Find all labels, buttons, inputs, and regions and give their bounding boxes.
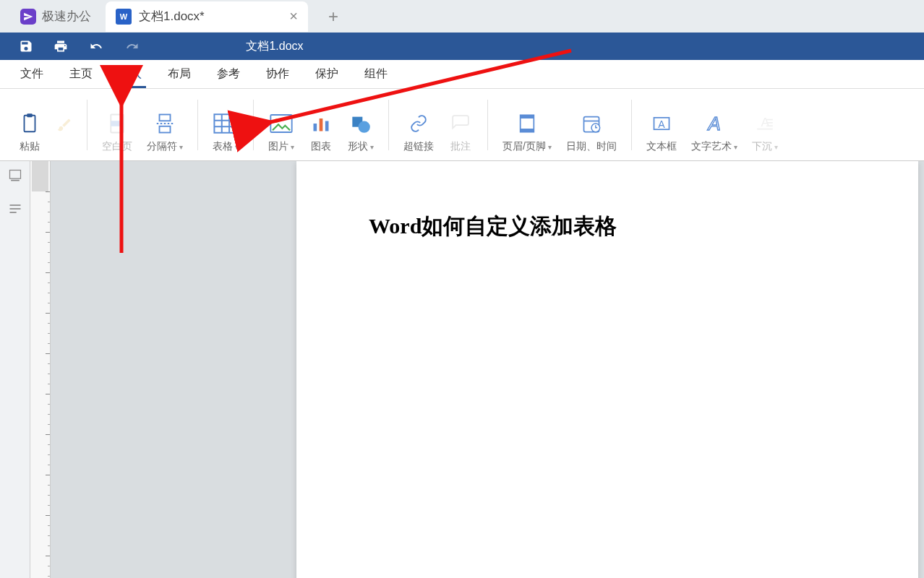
wordart-button[interactable]: A 文字艺术▾	[684, 107, 745, 160]
doc-icon: W	[116, 9, 132, 25]
svg-rect-33	[9, 171, 20, 179]
comment-button[interactable]: 批注	[441, 107, 480, 160]
document-tab[interactable]: W 文档1.docx* ×	[106, 1, 308, 32]
chart-icon	[311, 111, 331, 136]
chevron-down-icon: ▾	[235, 143, 239, 151]
chevron-down-icon: ▾	[291, 143, 294, 151]
shape-button[interactable]: 形状▾	[341, 107, 381, 160]
svg-rect-20	[521, 115, 534, 118]
svg-point-18	[359, 121, 370, 133]
wordart-label: 文字艺术	[691, 140, 732, 153]
redo-button[interactable]	[114, 35, 150, 57]
chevron-down-icon: ▾	[734, 143, 737, 151]
svg-rect-1	[27, 113, 33, 117]
app-name-label: 极速办公	[42, 8, 91, 25]
svg-text:A: A	[658, 118, 665, 130]
page-break-icon	[154, 111, 176, 136]
menu-components[interactable]: 组件	[351, 61, 401, 87]
new-tab-button[interactable]: +	[328, 7, 338, 27]
link-icon	[408, 111, 429, 136]
chevron-down-icon: ▾	[774, 143, 778, 151]
tab-strip: 极速办公 W 文档1.docx* × +	[0, 0, 924, 33]
page-area[interactable]: Word如何自定义添加表格	[51, 161, 924, 578]
menu-collaborate[interactable]: 协作	[253, 61, 302, 87]
picture-button[interactable]: 图片▾	[261, 107, 301, 160]
close-tab-button[interactable]: ×	[289, 8, 298, 25]
page-break-button[interactable]: 分隔符▾	[140, 107, 190, 160]
app-home-tab[interactable]: 极速办公	[6, 0, 106, 33]
workspace: Word如何自定义添加表格	[0, 161, 924, 578]
hyperlink-button[interactable]: 超链接	[396, 107, 441, 160]
table-button[interactable]: 表格▾	[205, 107, 246, 160]
date-time-label: 日期、时间	[566, 140, 617, 153]
svg-rect-14	[314, 124, 317, 131]
format-painter-button[interactable]	[49, 108, 80, 160]
page-break-label: 分隔符	[147, 140, 177, 153]
calendar-icon	[581, 111, 602, 136]
vertical-ruler	[30, 161, 51, 578]
svg-rect-7	[214, 114, 236, 133]
chevron-down-icon: ▾	[548, 143, 552, 151]
svg-point-13	[275, 118, 278, 122]
blank-page-icon	[106, 111, 128, 136]
blank-page-label: 空白页	[102, 140, 132, 153]
outline-icon[interactable]	[8, 168, 22, 186]
wordart-icon: A	[704, 111, 724, 136]
menu-file[interactable]: 文件	[7, 61, 56, 87]
header-footer-label: 页眉/页脚	[502, 140, 546, 153]
table-icon	[213, 111, 238, 136]
comment-label: 批注	[450, 140, 471, 153]
document-tab-label: 文档1.docx*	[139, 8, 205, 25]
ribbon: 粘贴 空白页 分隔符▾ 表格▾	[0, 89, 924, 161]
print-button[interactable]	[43, 35, 78, 58]
menu-layout[interactable]: 布局	[155, 61, 204, 87]
undo-button[interactable]	[78, 35, 114, 57]
document-page[interactable]: Word如何自定义添加表格	[296, 161, 918, 578]
header-footer-icon	[517, 111, 537, 136]
svg-rect-5	[160, 126, 171, 133]
dropcap-label: 下沉	[752, 140, 772, 153]
hyperlink-label: 超链接	[403, 140, 434, 153]
paste-button[interactable]: 粘贴	[10, 107, 49, 160]
menu-references[interactable]: 参考	[204, 61, 253, 87]
chevron-down-icon: ▾	[370, 143, 374, 151]
menu-bar: 文件 主页 插入 布局 参考 协作 保护 组件	[0, 60, 924, 89]
text-box-icon: A	[651, 111, 672, 136]
chart-button[interactable]: 图表	[301, 107, 341, 160]
dropcap-icon: A	[756, 111, 774, 136]
picture-icon	[270, 111, 293, 136]
svg-rect-21	[521, 129, 534, 132]
paste-label: 粘贴	[20, 140, 40, 153]
text-box-button[interactable]: A 文本框	[639, 107, 684, 160]
menu-protect[interactable]: 保护	[302, 61, 351, 87]
document-heading: Word如何自定义添加表格	[369, 212, 846, 241]
header-footer-button[interactable]: 页眉/页脚▾	[495, 107, 559, 160]
dropcap-button[interactable]: A 下沉▾	[745, 107, 785, 160]
menu-home[interactable]: 主页	[56, 61, 106, 87]
save-button[interactable]	[9, 35, 43, 58]
comments-panel-icon[interactable]	[8, 202, 22, 219]
shape-icon	[350, 111, 372, 136]
text-box-label: 文本框	[646, 140, 677, 153]
shape-label: 形状	[348, 140, 368, 153]
chevron-down-icon: ▾	[179, 143, 183, 151]
svg-rect-4	[160, 115, 171, 121]
comment-icon	[450, 111, 471, 136]
date-time-button[interactable]: 日期、时间	[559, 107, 624, 160]
blank-page-button[interactable]: 空白页	[95, 107, 140, 160]
picture-label: 图片	[268, 140, 288, 153]
svg-rect-3	[111, 121, 124, 126]
svg-rect-15	[320, 118, 323, 131]
svg-rect-0	[25, 116, 35, 132]
left-gutter	[0, 161, 30, 578]
quick-access-bar: 文档1.docx	[0, 33, 924, 60]
app-logo-icon	[20, 9, 36, 25]
chart-label: 图表	[311, 140, 331, 153]
brush-icon	[56, 113, 72, 137]
svg-rect-16	[325, 121, 329, 131]
menu-insert[interactable]: 插入	[106, 61, 155, 87]
svg-text:A: A	[706, 113, 720, 134]
clipboard-icon	[19, 111, 40, 136]
svg-rect-34	[11, 180, 20, 181]
table-label: 表格	[213, 140, 233, 153]
